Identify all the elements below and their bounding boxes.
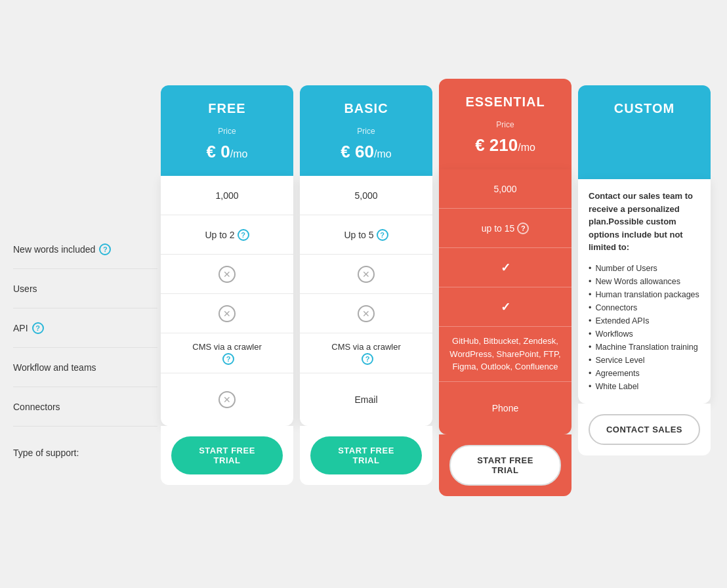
feature-labels-column: New words included ? Users API ? Workflo… xyxy=(13,85,157,479)
essential-users-tooltip[interactable]: ? xyxy=(517,222,529,234)
new-words-tooltip-icon[interactable]: ? xyxy=(99,243,111,255)
basic-connectors: CMS via a crawler ? xyxy=(300,333,432,373)
free-support: ✕ xyxy=(161,373,293,426)
basic-plan-name: BASIC xyxy=(310,101,422,116)
basic-price: € 60/mo xyxy=(310,138,422,163)
custom-options-list: Number of Users New Words allowances Hum… xyxy=(589,262,700,393)
essential-plan-body: 5,000 up to 15 ? ✓ ✓ GitHub, Bitbucket, … xyxy=(439,169,571,434)
custom-option-words: New Words allowances xyxy=(589,275,700,288)
free-users: Up to 2 ? xyxy=(161,215,293,255)
essential-connectors: GitHub, Bitbucket, Zendesk, WordPress, S… xyxy=(439,327,571,382)
essential-api-check-icon: ✓ xyxy=(501,261,510,275)
basic-plan-body: 5,000 Up to 5 ? ✕ ✕ CMS via a crawler ? xyxy=(300,176,432,426)
api-tooltip-icon[interactable]: ? xyxy=(32,322,44,334)
essential-plan-name: ESSENTIAL xyxy=(449,94,561,110)
free-connectors-tooltip[interactable]: ? xyxy=(222,353,234,365)
basic-support: Email xyxy=(300,373,432,426)
free-price-label: Price xyxy=(171,127,283,136)
free-plan-name: FREE xyxy=(171,101,283,116)
essential-support: Phone xyxy=(439,382,571,434)
custom-option-service-level: Service Level xyxy=(589,354,700,367)
custom-plan-body: Contact our sales team to receive a pers… xyxy=(578,179,711,404)
basic-connectors-tooltip[interactable]: ? xyxy=(362,353,373,365)
basic-plan: BASIC Price € 60/mo 5,000 Up to 5 ? ✕ ✕ xyxy=(300,85,432,485)
basic-plan-header: BASIC Price € 60/mo xyxy=(300,85,432,176)
feature-new-words: New words included ? xyxy=(13,230,157,269)
free-price: € 0/mo xyxy=(171,138,283,163)
custom-plan-name: CUSTOM xyxy=(589,101,700,116)
custom-option-workflows: Workflows xyxy=(589,327,700,341)
contact-sales-button[interactable]: CONTACT SALES xyxy=(589,414,700,445)
essential-api: ✓ xyxy=(439,248,571,287)
essential-trial-button[interactable]: START FREE TRIAL xyxy=(449,445,561,486)
custom-option-agreements: Agreements xyxy=(589,367,700,380)
basic-trial-button[interactable]: START FREE TRIAL xyxy=(310,436,422,474)
basic-new-words: 5,000 xyxy=(300,176,432,215)
essential-plan: ESSENTIAL Price € 210/mo 5,000 up to 15 … xyxy=(439,79,571,496)
basic-price-label: Price xyxy=(310,127,422,136)
essential-new-words: 5,000 xyxy=(439,169,571,209)
free-users-tooltip[interactable]: ? xyxy=(238,229,249,241)
custom-cta-area: CONTACT SALES xyxy=(578,404,711,455)
custom-option-users: Number of Users xyxy=(589,262,700,275)
basic-workflow: ✕ xyxy=(300,294,432,333)
feature-users: Users xyxy=(13,269,157,308)
essential-price-label: Price xyxy=(449,120,561,129)
custom-option-mt-training: Machine Translation training xyxy=(589,341,700,354)
basic-cta-area: START FREE TRIAL xyxy=(300,426,432,485)
free-trial-button[interactable]: START FREE TRIAL xyxy=(171,436,283,474)
essential-plan-header: ESSENTIAL Price € 210/mo xyxy=(439,79,571,169)
free-cta-area: START FREE TRIAL xyxy=(161,426,293,485)
feature-api: API ? xyxy=(13,308,157,348)
free-api-x-icon: ✕ xyxy=(218,266,236,283)
custom-option-connectors: Connectors xyxy=(589,301,700,314)
custom-plan: CUSTOM Contact our sales team to receive… xyxy=(578,85,711,455)
plans-container: FREE Price € 0/mo 1,000 Up to 2 ? ✕ ✕ xyxy=(157,85,714,503)
free-workflow-x-icon: ✕ xyxy=(218,305,236,322)
feature-support: Type of support: xyxy=(13,427,157,479)
custom-description: Contact our sales team to receive a pers… xyxy=(589,190,700,254)
basic-workflow-x-icon: ✕ xyxy=(358,305,375,322)
feature-workflow: Workflow and teams xyxy=(13,348,157,387)
free-workflow: ✕ xyxy=(161,294,293,333)
free-new-words: 1,000 xyxy=(161,176,293,215)
custom-option-human: Human translation packages xyxy=(589,288,700,301)
free-api: ✕ xyxy=(161,255,293,294)
free-plan-body: 1,000 Up to 2 ? ✕ ✕ CMS via a crawler ? xyxy=(161,176,293,426)
feature-connectors: Connectors xyxy=(13,387,157,427)
free-connectors: CMS via a crawler ? xyxy=(161,333,293,373)
basic-users: Up to 5 ? xyxy=(300,215,432,255)
pricing-page: New words included ? Users API ? Workflo… xyxy=(0,72,727,516)
free-plan-header: FREE Price € 0/mo xyxy=(161,85,293,176)
essential-users: up to 15 ? xyxy=(439,209,571,248)
custom-option-apis: Extended APIs xyxy=(589,314,700,327)
basic-api: ✕ xyxy=(300,255,432,294)
essential-workflow-check-icon: ✓ xyxy=(501,300,510,314)
free-support-x-icon: ✕ xyxy=(218,391,236,408)
custom-option-white-label: White Label xyxy=(589,380,700,393)
basic-users-tooltip[interactable]: ? xyxy=(377,229,388,241)
essential-workflow: ✓ xyxy=(439,287,571,327)
essential-cta-area: START FREE TRIAL xyxy=(439,434,571,496)
essential-price: € 210/mo xyxy=(449,132,561,156)
custom-plan-header: CUSTOM xyxy=(578,85,711,179)
free-plan: FREE Price € 0/mo 1,000 Up to 2 ? ✕ ✕ xyxy=(161,85,293,485)
basic-api-x-icon: ✕ xyxy=(358,266,375,283)
